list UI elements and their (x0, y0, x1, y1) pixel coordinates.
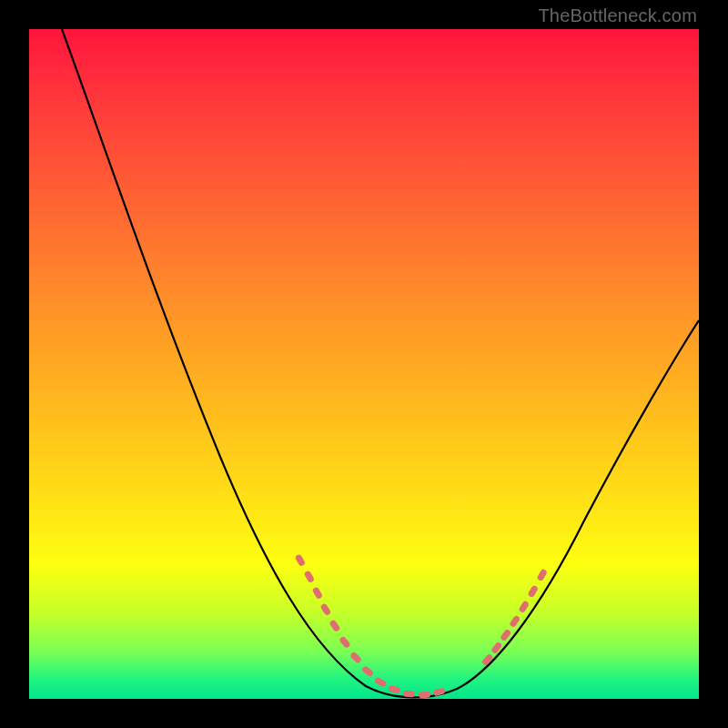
svg-rect-16 (509, 615, 521, 629)
chart-frame: TheBottleneck.com (0, 0, 728, 728)
svg-rect-0 (295, 553, 307, 567)
svg-rect-3 (319, 602, 331, 616)
watermark-text: TheBottleneck.com (538, 5, 697, 26)
svg-rect-13 (481, 653, 494, 666)
svg-rect-19 (536, 568, 548, 581)
svg-rect-1 (304, 570, 316, 583)
svg-rect-7 (361, 665, 375, 678)
chart-svg (29, 29, 699, 699)
svg-rect-12 (432, 687, 445, 696)
bottleneck-curve (62, 29, 699, 697)
data-point-cluster-left (295, 553, 446, 698)
svg-rect-18 (527, 584, 539, 598)
svg-rect-6 (349, 652, 362, 664)
svg-rect-4 (329, 619, 340, 632)
svg-rect-8 (374, 677, 388, 688)
data-point-cluster-right (481, 568, 548, 666)
svg-rect-2 (312, 586, 324, 600)
svg-rect-17 (518, 600, 530, 613)
svg-rect-9 (388, 685, 400, 694)
plot-area (29, 29, 699, 699)
svg-rect-5 (339, 635, 351, 648)
